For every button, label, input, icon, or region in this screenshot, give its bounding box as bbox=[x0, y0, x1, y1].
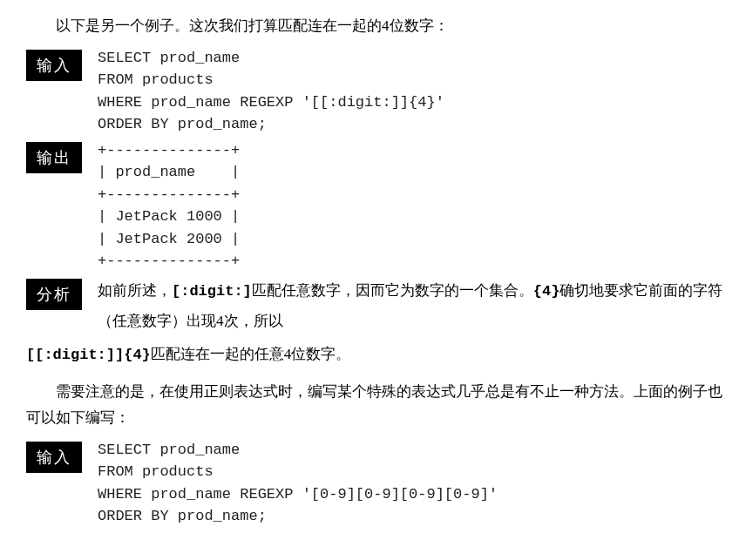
analysis-code2: {4} bbox=[533, 283, 560, 300]
analysis-post: 匹配连在一起的任意4位数字。 bbox=[151, 346, 351, 362]
output-block-1: 输出 +--------------+ | prod_name | +-----… bbox=[26, 139, 723, 273]
analysis-continuation: [[:digit:]]{4}匹配连在一起的任意4位数字。 bbox=[26, 340, 723, 370]
input-block-1: 输入 SELECT prod_name FROM products WHERE … bbox=[26, 47, 723, 136]
input-block-2: 输入 SELECT prod_name FROM products WHERE … bbox=[26, 439, 723, 528]
intro-paragraph: 以下是另一个例子。这次我们打算匹配连在一起的4位数字： bbox=[26, 13, 723, 40]
output-label: 输出 bbox=[26, 142, 82, 173]
sql-code-2: SELECT prod_name FROM products WHERE pro… bbox=[98, 439, 498, 528]
analysis-label: 分析 bbox=[26, 279, 82, 310]
analysis-code3: [[:digit:]]{4} bbox=[26, 347, 151, 363]
sql-output-1: +--------------+ | prod_name | +--------… bbox=[98, 139, 240, 273]
analysis-pre1: 如前所述， bbox=[98, 282, 172, 299]
analysis-block: 分析 如前所述，[:digit:]匹配任意数字，因而它为数字的一个集合。{4}确… bbox=[26, 276, 723, 336]
analysis-mid1: 匹配任意数字，因而它为数字的一个集合。 bbox=[252, 282, 533, 299]
input-label-2: 输入 bbox=[26, 442, 82, 473]
note-paragraph: 需要注意的是，在使用正则表达式时，编写某个特殊的表达式几乎总是有不止一种方法。上… bbox=[26, 379, 723, 432]
sql-code-1: SELECT prod_name FROM products WHERE pro… bbox=[98, 47, 444, 136]
analysis-code1: [:digit:] bbox=[172, 283, 252, 300]
input-label: 输入 bbox=[26, 50, 82, 81]
analysis-text: 如前所述，[:digit:]匹配任意数字，因而它为数字的一个集合。{4}确切地要… bbox=[98, 276, 723, 336]
